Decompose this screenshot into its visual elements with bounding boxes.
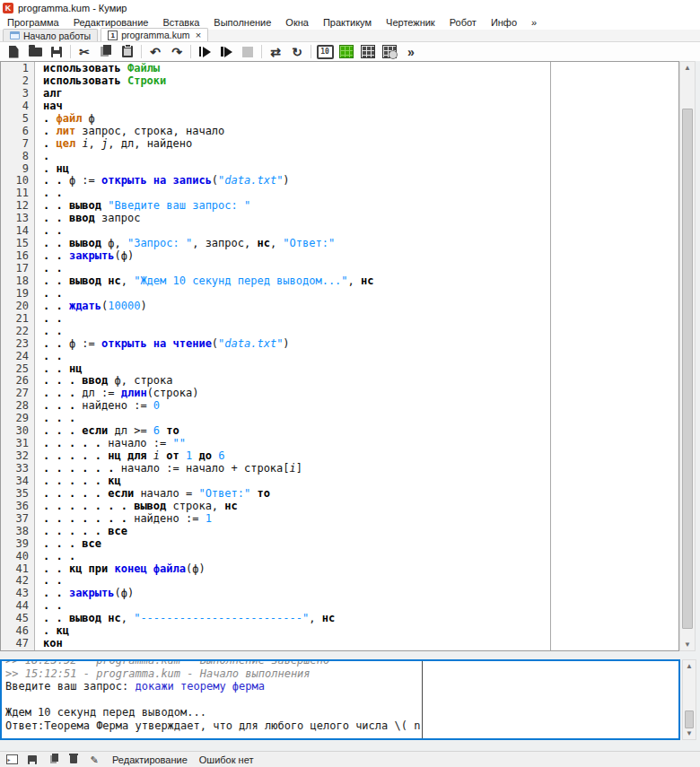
menu-item-практикум[interactable]: Практикум	[316, 16, 379, 29]
console-panel-icon[interactable]: ▸	[5, 754, 18, 765]
code-text: . .	[34, 225, 63, 238]
redo-button[interactable]: ↷	[166, 43, 188, 61]
code-line[interactable]: 36. . . . . . . вывод строка, нс	[1, 501, 661, 513]
robot-window-button[interactable]	[336, 43, 357, 61]
show-values-button[interactable]: 10	[314, 43, 336, 61]
code-line[interactable]: 34. . . . . кц	[1, 475, 661, 488]
code-line[interactable]: 2использовать Строки	[1, 75, 661, 88]
tab-start-page[interactable]: Начало работы	[3, 29, 98, 41]
code-line[interactable]: 35. . . . . если начало = "Ответ:" то	[1, 488, 661, 501]
code-line[interactable]: 5. файл ф	[1, 113, 661, 126]
code-line[interactable]: 21. .	[1, 313, 661, 326]
stop-button[interactable]	[237, 43, 258, 61]
code-line[interactable]: 18. . вывод нс, "Ждем 10 секунд перед вы…	[1, 275, 661, 288]
field-settings-button[interactable]	[379, 43, 400, 61]
code-text: . . .	[34, 413, 75, 425]
code-line[interactable]: 11. .	[1, 187, 661, 200]
save-button[interactable]	[46, 43, 67, 61]
run-button[interactable]	[194, 43, 215, 61]
code-line[interactable]: 19. .	[1, 288, 661, 301]
code-line[interactable]: 16. . закрыть(ф)	[1, 250, 661, 263]
console-scroll-up-icon[interactable]: ▲	[683, 660, 696, 672]
tab-document[interactable]: 1 programma.kum ×	[101, 28, 208, 41]
console-scroll-down-icon[interactable]: ▼	[683, 728, 696, 739]
code-line[interactable]: 46. кц	[1, 625, 661, 638]
run-step-button[interactable]	[215, 43, 237, 61]
menu-item-редактирование[interactable]: Редактирование	[66, 16, 156, 29]
code-line[interactable]: 7. цел i, j, дл, найдено	[1, 138, 661, 151]
code-line[interactable]: 32. . . . . нц для i от 1 до 6	[1, 450, 661, 463]
code-line[interactable]: 29. . .	[1, 413, 661, 425]
io-console[interactable]: >> 18:23:52 - programma.kum - Выполнение…	[0, 659, 680, 740]
menu-item-чертежник[interactable]: Чертежник	[379, 16, 442, 29]
code-line[interactable]: 42. .	[1, 575, 661, 588]
field-window-button[interactable]	[357, 43, 379, 61]
code-line[interactable]: 15. . вывод ф, "Запрос: ", запрос, нс, "…	[1, 238, 661, 250]
menu-item-[interactable]: »	[524, 16, 544, 29]
cut-button[interactable]: ✂	[74, 43, 95, 61]
code-line[interactable]: 6. лит запрос, строка, начало	[1, 126, 661, 138]
toolbar-overflow-button[interactable]: »	[400, 43, 422, 61]
code-line[interactable]: 22. .	[1, 326, 661, 338]
scroll-down-icon[interactable]: ▼	[680, 639, 695, 650]
code-line[interactable]: 44. .	[1, 600, 661, 613]
new-file-button[interactable]	[3, 43, 24, 61]
console-scrollbar[interactable]: ▲ ▼	[682, 659, 696, 740]
code-line[interactable]: 31. . . . . начало := ""	[1, 438, 661, 450]
code-line[interactable]: 40. . .	[1, 551, 661, 563]
code-line[interactable]: 45. . вывод нс, "-----------------------…	[1, 613, 661, 625]
code-line[interactable]: 14. .	[1, 225, 661, 238]
tab-close-icon[interactable]: ×	[196, 31, 201, 39]
code-line[interactable]: 43. . закрыть(ф)	[1, 588, 661, 600]
code-line[interactable]: 39. . . все	[1, 538, 661, 551]
menu-item-окна[interactable]: Окна	[278, 16, 316, 29]
code-line[interactable]: 28. . . найдено := 0	[1, 400, 661, 413]
code-line[interactable]: 3алг	[1, 88, 661, 100]
copy-button[interactable]	[95, 43, 117, 61]
editor-scrollbar[interactable]: ▲ ▼	[679, 61, 696, 651]
code-line[interactable]: 30. . . если дл >= 6 то	[1, 425, 661, 438]
open-file-button[interactable]	[24, 43, 46, 61]
code-line[interactable]: 37. . . . . . . найдено := 1	[1, 513, 661, 526]
code-text: . . ввод запрос	[34, 213, 140, 225]
code-line[interactable]: 1использовать Файлы	[1, 63, 661, 75]
menu-item-программа[interactable]: Программа	[0, 16, 66, 29]
console-scrollbar-thumb[interactable]	[685, 710, 694, 728]
menu-item-инфо[interactable]: Инфо	[484, 16, 524, 29]
step-over-button[interactable]: ⇄	[265, 43, 286, 61]
code-line[interactable]: 24. .	[1, 351, 661, 363]
code-line[interactable]: 9. нц	[1, 163, 661, 176]
save-console-icon[interactable]	[26, 754, 39, 765]
code-line[interactable]: 10. . ф := открыть на запись("data.txt")	[1, 175, 661, 187]
code-line[interactable]: 20. . ждать(10000)	[1, 301, 661, 313]
code-text: . . . . . нц для i от 1 до 6	[34, 450, 224, 463]
code-line[interactable]: 8.	[1, 151, 661, 163]
clear-console-icon[interactable]	[67, 754, 80, 765]
code-line[interactable]: 47кон	[1, 638, 661, 650]
code-line[interactable]: 33. . . . . . начало := начало + строка[…	[1, 463, 661, 475]
code-line[interactable]: 13. . ввод запрос	[1, 213, 661, 225]
code-line[interactable]: 25. . нц	[1, 363, 661, 376]
paste-button[interactable]	[117, 43, 138, 61]
console-output[interactable]: >> 18:23:52 - programma.kum - Выполнение…	[5, 659, 668, 733]
line-number: 9	[1, 163, 34, 176]
code-editor[interactable]: 1использовать Файлы2использовать Строки3…	[0, 61, 679, 651]
toolbar-separator	[311, 45, 311, 58]
line-number: 42	[1, 575, 34, 588]
code-line[interactable]: 12. . вывод "Введите ваш запрос: "	[1, 200, 661, 213]
editor-scrollbar-thumb[interactable]	[682, 109, 693, 629]
step-out-button[interactable]: ↻	[286, 43, 308, 61]
code-line[interactable]: 23. . ф := открыть на чтение("data.txt")	[1, 338, 661, 351]
menu-item-выполнение[interactable]: Выполнение	[206, 16, 278, 29]
code-line[interactable]: 27. . . дл := длин(строка)	[1, 388, 661, 400]
scroll-up-icon[interactable]: ▲	[680, 62, 695, 74]
code-line[interactable]: 26. . . ввод ф, строка	[1, 375, 661, 388]
menu-item-вставка[interactable]: Вставка	[155, 16, 206, 29]
menu-item-робот[interactable]: Робот	[442, 16, 484, 29]
undo-button[interactable]: ↶	[144, 43, 166, 61]
code-line[interactable]: 41. . кц при конец файла(ф)	[1, 563, 661, 576]
copy-console-icon[interactable]	[47, 754, 59, 765]
code-line[interactable]: 17. .	[1, 263, 661, 275]
code-line[interactable]: 4нач	[1, 100, 661, 113]
code-line[interactable]: 38. . . . . все	[1, 526, 661, 538]
